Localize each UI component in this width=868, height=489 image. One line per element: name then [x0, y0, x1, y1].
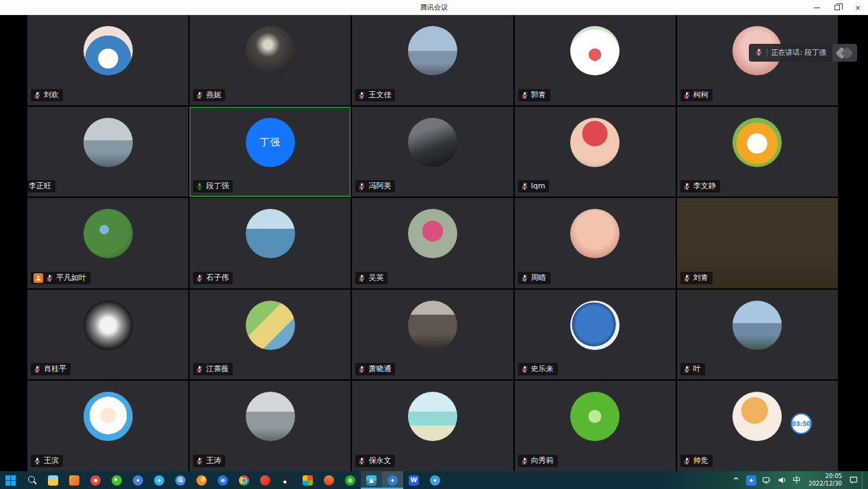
search-icon[interactable] [21, 471, 42, 489]
music-app-icon-glyph [90, 475, 101, 486]
start-icon[interactable] [0, 471, 21, 489]
taskbar-clock[interactable]: 20:05 2022/12/30 [805, 471, 845, 489]
participant-tile[interactable]: 江蔷薇 [190, 290, 350, 380]
show-desktop-button[interactable] [862, 471, 865, 489]
music-app-icon[interactable] [85, 471, 106, 489]
participant-name: 王滨 [44, 456, 59, 466]
photos-app-icon[interactable]: ▲ [361, 471, 382, 489]
participant-name: 燕妮 [206, 90, 221, 100]
tencent-meeting-icon[interactable] [382, 471, 403, 489]
compass-browser-icon[interactable] [149, 471, 170, 489]
participant-tile[interactable]: 刘青 [677, 198, 838, 288]
google-app-icon-glyph: G [175, 475, 186, 486]
participant-name: 段丁强 [206, 181, 229, 191]
file-explorer-icon[interactable] [42, 471, 64, 489]
pinned-app-orange-icon[interactable] [64, 471, 85, 489]
tray-app-icon[interactable] [744, 471, 758, 489]
word-icon[interactable]: W [403, 471, 424, 489]
participant-avatar: 丁强 [246, 118, 295, 167]
video-app-red-icon[interactable] [255, 471, 276, 489]
participant-name: 平凡如叶 [56, 273, 86, 283]
chrome-icon[interactable] [233, 471, 255, 489]
doraemon-cartoon-avatar [84, 26, 133, 75]
network-icon[interactable] [760, 471, 774, 489]
minimize-button[interactable] [806, 0, 827, 15]
taskbar: Ge▲W ^ 中 20:05 2022/12/30 [0, 471, 868, 489]
microphone-muted-icon [358, 274, 366, 282]
ime-indicator[interactable]: 中 [790, 471, 804, 489]
speaking-indicator-label: 正在讲话: 段丁强 [771, 48, 826, 58]
restore-button[interactable] [827, 0, 847, 15]
participant-tile[interactable]: 王滨 [27, 381, 188, 471]
participant-tile[interactable]: lqm [515, 107, 676, 197]
close-button[interactable]: × [847, 0, 868, 15]
participant-name-tag: 吴英 [355, 272, 387, 284]
microphone-muted-icon [521, 365, 528, 373]
participant-tile[interactable]: 吴英 [352, 198, 513, 288]
quark-browser-icon[interactable] [424, 471, 446, 489]
green-app-icon[interactable] [340, 471, 361, 489]
participant-name-tag: 王涛 [193, 455, 225, 467]
white-feather-avatar [84, 301, 133, 350]
window-title: 腾讯会议 [420, 3, 448, 12]
ie-browser-icon[interactable]: e [212, 471, 233, 489]
cartoon-bird-flower-avatar [732, 118, 782, 167]
pinned-app-blue-star-icon[interactable] [127, 471, 149, 489]
participant-tile[interactable]: 丁强段丁强 [190, 107, 350, 197]
participant-tile[interactable]: 周晴 [515, 198, 676, 288]
participant-name: 王涛 [206, 456, 221, 466]
participant-tile[interactable]: 李文静 [677, 107, 838, 197]
volume-icon[interactable] [775, 471, 789, 489]
participant-name-tag: 保永文 [355, 455, 395, 467]
cartoon-map-avatar [246, 301, 295, 350]
hidden-icons-chevron[interactable]: ^ [729, 471, 743, 489]
microphone-muted-icon [196, 91, 203, 99]
portrait-photo-avatar [408, 301, 457, 350]
participant-tile[interactable]: 刘欢 [27, 15, 188, 105]
green-leaves-flower-avatar [84, 209, 133, 258]
action-center-icon[interactable] [847, 471, 860, 489]
compass-browser-icon-glyph [154, 475, 164, 486]
microphone-muted-icon [521, 274, 528, 282]
participant-tile[interactable]: 向秀莉 [515, 381, 676, 471]
participant-tile[interactable]: 郭青 [515, 15, 676, 105]
wechat-icon[interactable] [106, 471, 127, 489]
word-icon-glyph: W [409, 475, 419, 486]
participant-name-tag: 燕妮 [193, 89, 225, 101]
ocean-photo-avatar [246, 209, 295, 258]
participant-tile[interactable]: 平凡如叶 [27, 198, 188, 288]
microphone-muted-icon [358, 182, 366, 190]
participant-name-tag: 江蔷薇 [193, 363, 233, 375]
participant-tile[interactable]: 燕妮 [190, 15, 350, 105]
wechat-icon-glyph [112, 475, 122, 486]
microphone-muted-icon [358, 365, 366, 373]
firefox-icon[interactable] [191, 471, 212, 489]
google-app-icon[interactable]: G [170, 471, 191, 489]
flame-app-icon[interactable] [318, 471, 340, 489]
participant-name: 叶 [693, 364, 701, 374]
participant-tile[interactable]: 王文佳 [352, 15, 513, 105]
pinned-app-orange-icon-glyph [69, 475, 79, 486]
microphone-muted-icon [34, 91, 41, 99]
participant-tile[interactable]: 帅竞03:50 [677, 381, 838, 471]
participant-tile[interactable]: 王涛 [190, 381, 350, 471]
participant-tile[interactable]: 石子伟 [190, 198, 350, 288]
start-icon-glyph [5, 475, 16, 486]
participant-name: 刘欢 [44, 90, 59, 100]
participant-tile[interactable]: 萧晓通 [352, 290, 513, 380]
participant-tile[interactable]: 叶 [677, 290, 838, 380]
participant-name-tag: 柯柯 [680, 89, 713, 101]
steam-icon[interactable] [276, 471, 297, 489]
microsoft-app-icon[interactable] [297, 471, 318, 489]
participant-tile[interactable]: 肖桂平 [27, 290, 188, 380]
participant-name-tag: 王滨 [31, 455, 63, 467]
participant-tile[interactable]: 冯阿美 [352, 107, 513, 197]
microphone-muted-icon [683, 91, 691, 99]
participant-tile[interactable]: 史乐来 [515, 290, 676, 380]
participant-tile[interactable]: 保永文 [352, 381, 513, 471]
participant-tile[interactable]: 李正旺 [27, 107, 188, 197]
participant-name: 王文佳 [368, 90, 391, 100]
participant-name-tag: 平凡如叶 [31, 272, 90, 284]
microphone-on-icon [34, 457, 41, 465]
clock-time: 20:05 [808, 473, 842, 480]
